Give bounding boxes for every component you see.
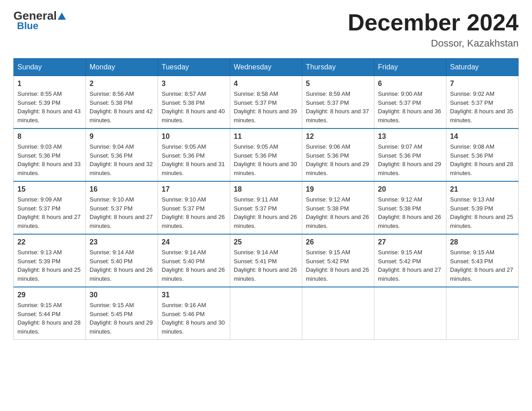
day-number: 13	[378, 133, 442, 141]
day-number: 12	[306, 133, 370, 141]
title-section: December 2024 Dossor, Kazakhstan	[348, 9, 519, 49]
daylight-label: Daylight: 8 hours and 27 minutes.	[450, 266, 513, 282]
day-number: 16	[90, 185, 154, 193]
sunrise-label: Sunrise: 9:10 AM	[162, 196, 206, 203]
sunrise-label: Sunrise: 9:15 AM	[90, 302, 134, 308]
weekday-header-saturday: Saturday	[446, 59, 519, 76]
calendar-cell: 7 Sunrise: 9:02 AM Sunset: 5:37 PM Dayli…	[446, 76, 519, 129]
calendar-cell: 3 Sunrise: 8:57 AM Sunset: 5:38 PM Dayli…	[158, 76, 230, 129]
sunset-label: Sunset: 5:36 PM	[378, 152, 421, 159]
calendar-cell: 10 Sunrise: 9:05 AM Sunset: 5:36 PM Dayl…	[158, 128, 230, 181]
day-number: 11	[234, 133, 298, 141]
page-header: General Blue December 2024 Dossor, Kazak…	[13, 9, 519, 49]
sunrise-label: Sunrise: 9:06 AM	[306, 143, 350, 150]
day-number: 22	[17, 238, 82, 246]
sunrise-label: Sunrise: 9:05 AM	[162, 143, 206, 150]
day-info: Sunrise: 8:58 AM Sunset: 5:37 PM Dayligh…	[234, 90, 298, 124]
sunset-label: Sunset: 5:40 PM	[90, 258, 133, 265]
daylight-label: Daylight: 8 hours and 29 minutes.	[378, 161, 441, 176]
sunset-label: Sunset: 5:36 PM	[306, 152, 349, 159]
day-number: 17	[162, 185, 226, 193]
sunset-label: Sunset: 5:38 PM	[162, 99, 205, 106]
sunrise-label: Sunrise: 9:00 AM	[378, 90, 422, 97]
daylight-label: Daylight: 8 hours and 26 minutes.	[306, 214, 369, 229]
sunrise-label: Sunrise: 9:14 AM	[162, 249, 206, 256]
daylight-label: Daylight: 8 hours and 36 minutes.	[378, 108, 441, 124]
daylight-label: Daylight: 8 hours and 31 minutes.	[162, 161, 225, 176]
calendar-cell: 14 Sunrise: 9:08 AM Sunset: 5:36 PM Dayl…	[446, 128, 519, 181]
daylight-label: Daylight: 8 hours and 35 minutes.	[450, 108, 513, 124]
sunrise-label: Sunrise: 9:10 AM	[90, 196, 134, 203]
sunrise-label: Sunrise: 9:09 AM	[17, 196, 62, 203]
daylight-label: Daylight: 8 hours and 40 minutes.	[162, 108, 225, 124]
calendar-cell: 6 Sunrise: 9:00 AM Sunset: 5:37 PM Dayli…	[374, 76, 446, 129]
calendar-cell	[230, 287, 302, 340]
weekday-header-row: SundayMondayTuesdayWednesdayThursdayFrid…	[14, 59, 519, 76]
sunrise-label: Sunrise: 9:12 AM	[306, 196, 350, 203]
calendar-cell: 15 Sunrise: 9:09 AM Sunset: 5:37 PM Dayl…	[14, 181, 86, 234]
daylight-label: Daylight: 8 hours and 26 minutes.	[162, 266, 225, 282]
sunset-label: Sunset: 5:38 PM	[90, 99, 133, 106]
sunset-label: Sunset: 5:37 PM	[234, 205, 277, 212]
day-info: Sunrise: 9:05 AM Sunset: 5:36 PM Dayligh…	[234, 142, 298, 177]
day-info: Sunrise: 9:14 AM Sunset: 5:40 PM Dayligh…	[90, 248, 154, 283]
calendar-cell: 2 Sunrise: 8:56 AM Sunset: 5:38 PM Dayli…	[86, 76, 158, 129]
calendar-cell: 21 Sunrise: 9:13 AM Sunset: 5:39 PM Dayl…	[446, 181, 519, 234]
day-info: Sunrise: 9:13 AM Sunset: 5:39 PM Dayligh…	[450, 195, 515, 230]
day-number: 8	[17, 133, 82, 141]
sunset-label: Sunset: 5:42 PM	[378, 258, 421, 265]
sunrise-label: Sunrise: 8:58 AM	[234, 90, 278, 97]
calendar-cell: 20 Sunrise: 9:12 AM Sunset: 5:38 PM Dayl…	[374, 181, 446, 234]
calendar-cell: 31 Sunrise: 9:16 AM Sunset: 5:46 PM Dayl…	[158, 287, 230, 340]
day-number: 27	[378, 238, 442, 246]
daylight-label: Daylight: 8 hours and 28 minutes.	[17, 319, 81, 335]
sunrise-label: Sunrise: 9:12 AM	[378, 196, 422, 203]
day-info: Sunrise: 9:06 AM Sunset: 5:36 PM Dayligh…	[306, 142, 370, 177]
sunset-label: Sunset: 5:37 PM	[306, 99, 349, 106]
weekday-header-friday: Friday	[374, 59, 446, 76]
calendar-cell: 17 Sunrise: 9:10 AM Sunset: 5:37 PM Dayl…	[158, 181, 230, 234]
day-number: 14	[450, 133, 515, 141]
day-number: 24	[162, 238, 226, 246]
calendar-cell: 11 Sunrise: 9:05 AM Sunset: 5:36 PM Dayl…	[230, 128, 302, 181]
sunset-label: Sunset: 5:39 PM	[17, 99, 60, 106]
calendar-week-row: 1 Sunrise: 8:55 AM Sunset: 5:39 PM Dayli…	[14, 76, 519, 129]
sunrise-label: Sunrise: 9:04 AM	[90, 143, 134, 150]
sunrise-label: Sunrise: 9:13 AM	[17, 249, 62, 256]
sunset-label: Sunset: 5:38 PM	[378, 205, 421, 212]
calendar-cell	[374, 287, 446, 340]
calendar-cell	[302, 287, 374, 340]
day-info: Sunrise: 9:03 AM Sunset: 5:36 PM Dayligh…	[17, 142, 82, 177]
calendar-cell: 18 Sunrise: 9:11 AM Sunset: 5:37 PM Dayl…	[230, 181, 302, 234]
day-info: Sunrise: 9:00 AM Sunset: 5:37 PM Dayligh…	[378, 90, 442, 124]
calendar-cell: 8 Sunrise: 9:03 AM Sunset: 5:36 PM Dayli…	[14, 128, 86, 181]
sunset-label: Sunset: 5:39 PM	[450, 205, 493, 212]
day-info: Sunrise: 9:10 AM Sunset: 5:37 PM Dayligh…	[90, 195, 154, 230]
daylight-label: Daylight: 8 hours and 27 minutes.	[17, 214, 81, 229]
sunset-label: Sunset: 5:36 PM	[234, 152, 277, 159]
day-number: 3	[162, 80, 226, 88]
daylight-label: Daylight: 8 hours and 26 minutes.	[162, 214, 225, 229]
calendar-cell: 30 Sunrise: 9:15 AM Sunset: 5:45 PM Dayl…	[86, 287, 158, 340]
weekday-header-sunday: Sunday	[14, 59, 86, 76]
daylight-label: Daylight: 8 hours and 29 minutes.	[306, 161, 369, 176]
weekday-header-thursday: Thursday	[302, 59, 374, 76]
weekday-header-monday: Monday	[86, 59, 158, 76]
daylight-label: Daylight: 8 hours and 30 minutes.	[162, 319, 225, 335]
day-number: 5	[306, 80, 370, 88]
sunrise-label: Sunrise: 9:15 AM	[378, 249, 422, 256]
sunrise-label: Sunrise: 9:13 AM	[450, 196, 494, 203]
sunset-label: Sunset: 5:36 PM	[90, 152, 133, 159]
day-info: Sunrise: 8:59 AM Sunset: 5:37 PM Dayligh…	[306, 90, 370, 124]
sunrise-label: Sunrise: 8:55 AM	[17, 90, 62, 97]
calendar-cell: 1 Sunrise: 8:55 AM Sunset: 5:39 PM Dayli…	[14, 76, 86, 129]
day-number: 15	[17, 185, 82, 193]
day-info: Sunrise: 9:16 AM Sunset: 5:46 PM Dayligh…	[162, 301, 226, 336]
day-number: 7	[450, 80, 515, 88]
calendar-cell: 24 Sunrise: 9:14 AM Sunset: 5:40 PM Dayl…	[158, 234, 230, 287]
daylight-label: Daylight: 8 hours and 27 minutes.	[378, 266, 441, 282]
day-info: Sunrise: 9:07 AM Sunset: 5:36 PM Dayligh…	[378, 142, 442, 177]
daylight-label: Daylight: 8 hours and 29 minutes.	[90, 319, 153, 335]
day-info: Sunrise: 9:05 AM Sunset: 5:36 PM Dayligh…	[162, 142, 226, 177]
day-info: Sunrise: 9:15 AM Sunset: 5:43 PM Dayligh…	[450, 248, 515, 283]
